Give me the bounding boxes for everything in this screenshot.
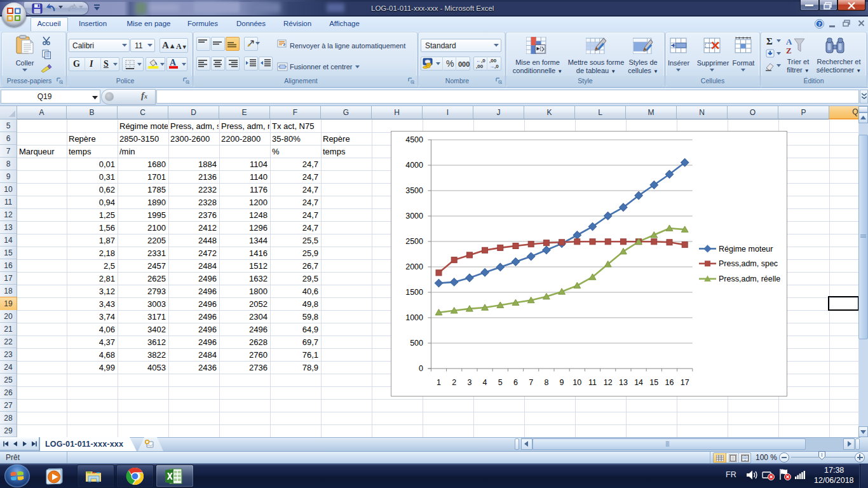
svg-text:10: 10 xyxy=(573,378,581,387)
svg-text:3000: 3000 xyxy=(405,212,423,220)
svg-text:4: 4 xyxy=(483,378,487,387)
svg-text:A: A xyxy=(786,37,792,46)
svg-text:Z: Z xyxy=(786,46,792,55)
svg-text:Press,adm, spec: Press,adm, spec xyxy=(719,259,778,268)
svg-text:9: 9 xyxy=(560,378,564,387)
svg-text:7: 7 xyxy=(529,378,533,387)
svg-text:500: 500 xyxy=(410,339,423,348)
svg-text:11: 11 xyxy=(588,378,597,387)
svg-text:6: 6 xyxy=(513,378,518,387)
svg-text:8: 8 xyxy=(544,378,548,387)
svg-text:2000: 2000 xyxy=(405,262,423,271)
svg-text:14: 14 xyxy=(634,378,643,387)
svg-text:5: 5 xyxy=(498,378,503,387)
svg-text:Press,adm, réelle: Press,adm, réelle xyxy=(719,274,780,283)
svg-text:12: 12 xyxy=(604,378,613,387)
svg-text:0: 0 xyxy=(419,364,423,373)
svg-text:2: 2 xyxy=(452,378,456,387)
svg-text:1: 1 xyxy=(437,378,441,387)
svg-text:Régime moteur: Régime moteur xyxy=(719,245,773,254)
svg-text:1000: 1000 xyxy=(405,313,423,322)
svg-text:?: ? xyxy=(818,21,821,27)
svg-text:13: 13 xyxy=(619,378,628,387)
svg-text:1500: 1500 xyxy=(405,288,423,297)
svg-text:4500: 4500 xyxy=(405,135,423,144)
svg-text:3500: 3500 xyxy=(405,186,423,195)
svg-text:16: 16 xyxy=(665,378,674,387)
svg-text:17: 17 xyxy=(681,378,689,387)
svg-text:4000: 4000 xyxy=(405,161,423,170)
svg-text:2500: 2500 xyxy=(405,237,423,246)
svg-text:3: 3 xyxy=(467,378,471,387)
svg-text:15: 15 xyxy=(649,378,658,387)
